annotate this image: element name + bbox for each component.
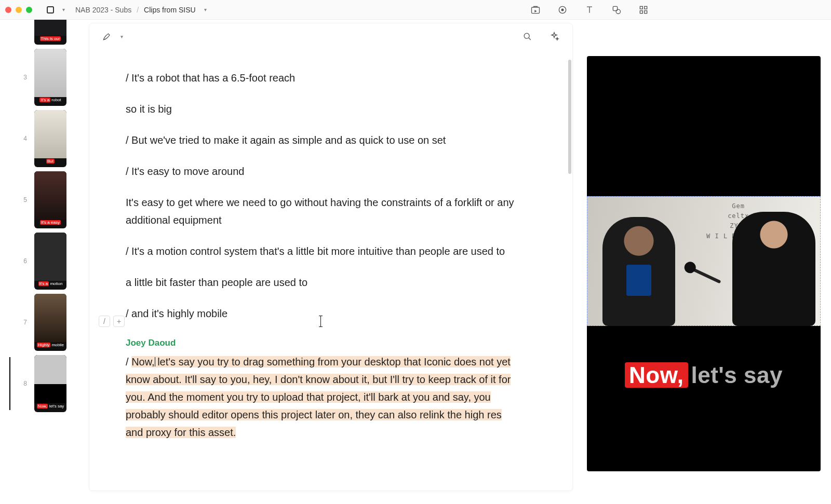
thumbnail-index: 4 <box>20 135 27 142</box>
split-clip-button[interactable]: / <box>99 316 110 327</box>
highlighted-text[interactable]: let's say you try to drag something from… <box>126 356 511 438</box>
transcript-line-highlighted[interactable]: / Now, let's say you try to drag somethi… <box>126 353 520 441</box>
thumbnail-item[interactable]: 7 Highly mobile <box>0 292 78 353</box>
svg-point-2 <box>561 8 564 11</box>
svg-rect-5 <box>640 6 642 9</box>
transcript-panel: ▾ / It's a robot that has a 6.5-foot rea… <box>89 23 572 491</box>
transcript-line[interactable]: / It's easy to move around <box>126 162 520 180</box>
svg-rect-8 <box>645 10 647 13</box>
video-subtitle: Now,let's say <box>587 362 821 388</box>
titlebar: ▾ NAB 2023 - Subs / Clips from SISU ▾ <box>0 0 831 20</box>
transcript-line[interactable]: It's easy to get where we need to go wit… <box>126 194 520 229</box>
transcript-line[interactable]: / But we've tried to make it again as si… <box>126 131 520 149</box>
transcript-body[interactable]: / It's a robot that has a 6.5-foot reach… <box>89 48 557 475</box>
breadcrumb-sep: / <box>137 6 139 14</box>
edit-mode-icon[interactable] <box>102 31 112 42</box>
thumbnail-item[interactable]: This is our <box>0 20 78 47</box>
transcript-line[interactable]: / It's a robot that has a 6.5-foot reach <box>126 69 520 87</box>
speaker-label[interactable]: Joey Daoud <box>126 336 520 351</box>
shapes-icon[interactable] <box>611 4 622 16</box>
video-preview[interactable]: Gem celtx ZYPE W I L D M O K A Now,let's… <box>587 56 821 471</box>
chevron-down-icon: ▾ <box>62 7 65 12</box>
breadcrumb: NAB 2023 - Subs / Clips from SISU ▾ <box>75 6 207 14</box>
media-icon[interactable] <box>530 4 541 16</box>
line-gutter-controls: / + <box>99 316 125 327</box>
thumbnail-item[interactable]: 6 It's a motion <box>0 230 78 292</box>
record-icon[interactable] <box>557 4 568 16</box>
thumbnail-index: 5 <box>20 196 27 203</box>
thumbnail-index: 3 <box>20 74 27 81</box>
svg-rect-7 <box>640 10 642 13</box>
transcript-line[interactable]: / It's a motion control system that's a … <box>126 242 520 260</box>
svg-rect-6 <box>645 6 647 9</box>
interviewer-figure <box>732 212 815 326</box>
window-controls <box>5 7 32 13</box>
clip-marker: / <box>126 356 131 367</box>
thumbnail-index: 7 <box>20 319 27 326</box>
transcript-line[interactable]: a little bit faster than people are used… <box>126 274 520 291</box>
subtitle-rest: let's say <box>691 362 783 388</box>
minimize-window[interactable] <box>16 7 22 13</box>
highlighted-word[interactable]: Now, <box>131 356 154 367</box>
chevron-down-icon[interactable]: ▾ <box>120 34 123 39</box>
scrollbar[interactable] <box>568 60 571 174</box>
thumbnail-item[interactable]: 5 It's a easy <box>0 169 78 230</box>
svg-rect-0 <box>532 7 540 13</box>
zoom-window[interactable] <box>26 7 32 13</box>
text-icon[interactable] <box>584 4 595 16</box>
search-icon[interactable] <box>521 31 533 42</box>
chevron-down-icon[interactable]: ▾ <box>204 7 207 12</box>
thumbnail-item[interactable]: 3 It's a robot <box>0 47 78 108</box>
clip-thumbnails: This is our 3 It's a robot 4 But 5 It's … <box>0 20 78 504</box>
video-frame: Gem celtx ZYPE W I L D M O K A <box>587 196 821 326</box>
close-window[interactable] <box>5 7 11 13</box>
svg-point-9 <box>524 33 529 38</box>
transcript-line[interactable]: so it is big <box>126 100 520 118</box>
svg-point-4 <box>616 9 620 13</box>
transcript-line[interactable]: / and it's highly mobile <box>126 305 520 322</box>
thumbnail-item[interactable]: 8 Now, let's say <box>0 353 78 414</box>
microphone-icon <box>692 268 721 284</box>
app-menu[interactable] <box>45 4 56 16</box>
add-block-button[interactable]: + <box>113 316 125 327</box>
interviewee-figure <box>602 217 675 326</box>
thumbnail-index: 6 <box>20 257 27 265</box>
sparkle-icon[interactable] <box>548 31 560 42</box>
grid-icon[interactable] <box>638 4 649 16</box>
text-cursor-icon <box>320 316 321 326</box>
transcript-toolbar: ▾ <box>89 23 572 48</box>
breadcrumb-clip[interactable]: Clips from SISU <box>144 6 196 14</box>
subtitle-highlight: Now, <box>625 362 688 388</box>
thumbnail-index: 8 <box>20 380 27 387</box>
thumbnail-item[interactable]: 4 But <box>0 108 78 169</box>
top-toolbar <box>530 4 649 16</box>
breadcrumb-project[interactable]: NAB 2023 - Subs <box>75 6 131 14</box>
